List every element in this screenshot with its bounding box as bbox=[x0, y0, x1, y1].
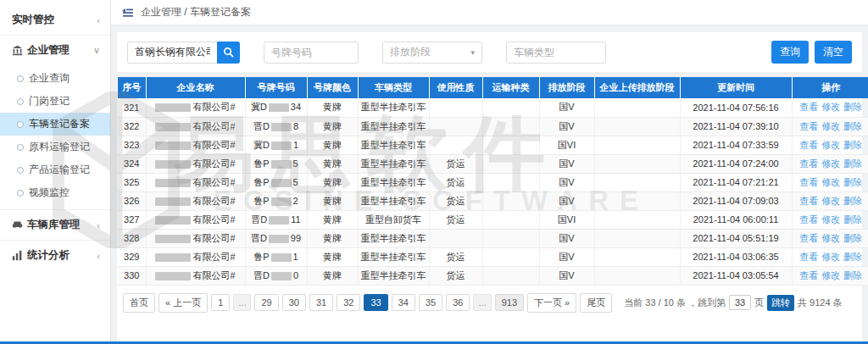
pagination-button-首页[interactable]: 首页 bbox=[123, 293, 155, 313]
main-area: 企业管理 / 车辆登记备案 排放阶段 ▾ 查询 清空 bbox=[111, 0, 868, 344]
pagination-ellipsis: ... bbox=[473, 294, 491, 311]
edit-link[interactable]: 修改 bbox=[821, 102, 840, 112]
redaction-block bbox=[155, 235, 191, 243]
cell-seq: 324 bbox=[118, 154, 146, 173]
sidebar-subitem-产品运输登记[interactable]: 产品运输登记 bbox=[0, 158, 110, 181]
sidebar-subitem-门岗登记[interactable]: 门岗登记 bbox=[0, 90, 110, 113]
cell-updated-time: 2021-11-04 07:24:00 bbox=[680, 154, 792, 173]
cell-plate-color: 黄牌 bbox=[307, 229, 358, 247]
search-button[interactable] bbox=[217, 42, 240, 64]
view-link[interactable]: 查看 bbox=[799, 214, 818, 225]
cell-transport-kind bbox=[482, 191, 539, 210]
delete-link[interactable]: 删除 bbox=[843, 102, 862, 112]
edit-link[interactable]: 修改 bbox=[821, 270, 840, 280]
delete-link[interactable]: 删除 bbox=[843, 158, 862, 169]
view-link[interactable]: 查看 bbox=[799, 177, 818, 187]
sidebar-item-statistics[interactable]: 统计分析 ‹ bbox=[0, 241, 110, 270]
view-link[interactable]: 查看 bbox=[799, 158, 818, 169]
jump-button[interactable]: 跳转 bbox=[767, 295, 794, 311]
pagination-button-913[interactable]: 913 bbox=[495, 294, 524, 311]
cell-transport-kind bbox=[482, 173, 539, 191]
table-header-row: 序号企业名称号牌号码号牌颜色车辆类型使用性质运输种类排放阶段企业上传排放阶段更新… bbox=[118, 77, 868, 98]
collapse-menu-icon[interactable] bbox=[121, 8, 134, 18]
emission-stage-select[interactable]: 排放阶段 ▾ bbox=[382, 42, 482, 64]
cell-upload-emission-stage bbox=[594, 266, 680, 285]
view-link[interactable]: 查看 bbox=[799, 270, 818, 280]
cell-updated-time: 2021-11-04 03:05:54 bbox=[680, 266, 792, 285]
caret-down-icon: ▾ bbox=[470, 48, 475, 57]
pagination-button-尾页[interactable]: 尾页 bbox=[580, 293, 612, 313]
company-search-input[interactable] bbox=[127, 42, 217, 64]
delete-link[interactable]: 删除 bbox=[843, 214, 862, 225]
cell-updated-time: 2021-11-04 06:00:11 bbox=[680, 210, 792, 229]
select-placeholder: 排放阶段 bbox=[390, 45, 431, 59]
view-link[interactable]: 查看 bbox=[799, 252, 818, 262]
redaction-block bbox=[155, 179, 191, 187]
pagination-button-35[interactable]: 35 bbox=[419, 294, 442, 311]
clear-button[interactable]: 清空 bbox=[815, 41, 852, 64]
cell-transport-kind bbox=[482, 98, 539, 117]
sidebar-subitem-视频监控[interactable]: 视频监控 bbox=[0, 181, 110, 204]
pagination-info-left: 当前 33 / 10 条 ，跳到第 bbox=[624, 297, 726, 309]
redaction-block bbox=[271, 123, 292, 131]
plate-number-input[interactable] bbox=[264, 42, 359, 64]
vehicle-type-input[interactable] bbox=[506, 42, 606, 64]
sidebar-subitem-车辆登记备案[interactable]: 车辆登记备案 bbox=[0, 113, 110, 136]
sidebar-item-enterprise[interactable]: 企业管理 ∨ bbox=[0, 36, 110, 65]
cell-usage: 货运 bbox=[429, 173, 482, 191]
pagination-button-30[interactable]: 30 bbox=[282, 294, 306, 311]
delete-link[interactable]: 删除 bbox=[843, 270, 862, 280]
pagination-button-32[interactable]: 32 bbox=[337, 294, 360, 311]
cell-company: 有限公司# bbox=[146, 191, 245, 210]
cell-emission-stage: 国V bbox=[539, 173, 594, 191]
query-button[interactable]: 查询 bbox=[771, 41, 809, 64]
sidebar-item-vehicle-lib[interactable]: 车辆库管理 ‹ bbox=[0, 210, 110, 240]
edit-link[interactable]: 修改 bbox=[821, 140, 840, 150]
pagination-button-31[interactable]: 31 bbox=[309, 294, 333, 311]
pagination-button-« 上一页[interactable]: « 上一页 bbox=[159, 293, 208, 313]
view-link[interactable]: 查看 bbox=[799, 121, 818, 131]
cell-vehicle-type: 重型半挂牵引车 bbox=[358, 247, 429, 266]
delete-link[interactable]: 删除 bbox=[843, 252, 862, 262]
cell-usage: 货运 bbox=[429, 210, 482, 229]
cell-plate: 鲁P2 bbox=[245, 191, 307, 210]
delete-link[interactable]: 删除 bbox=[843, 233, 862, 243]
sidebar-item-realtime[interactable]: 实时管控 ‹ bbox=[0, 5, 110, 35]
edit-link[interactable]: 修改 bbox=[821, 252, 840, 262]
delete-link[interactable]: 删除 bbox=[843, 121, 862, 131]
view-link[interactable]: 查看 bbox=[799, 102, 818, 112]
jump-page-input[interactable] bbox=[729, 295, 751, 310]
edit-link[interactable]: 修改 bbox=[821, 121, 840, 131]
pagination-button-34[interactable]: 34 bbox=[392, 294, 415, 311]
redaction-block bbox=[271, 160, 292, 169]
cell-plate-color: 黄牌 bbox=[307, 210, 358, 229]
cell-emission-stage: 国VI bbox=[539, 136, 594, 154]
edit-link[interactable]: 修改 bbox=[821, 177, 840, 187]
delete-link[interactable]: 删除 bbox=[843, 177, 862, 187]
pagination-button-下一页 »[interactable]: 下一页 » bbox=[527, 293, 576, 313]
circle-icon bbox=[17, 98, 24, 105]
cell-upload-emission-stage bbox=[594, 173, 680, 191]
cell-company: 有限公司# bbox=[146, 136, 245, 154]
edit-link[interactable]: 修改 bbox=[821, 233, 840, 243]
cell-company: 有限公司# bbox=[146, 247, 245, 266]
cell-plate: 鲁P1 bbox=[245, 247, 307, 266]
sidebar-subitem-原料运输登记[interactable]: 原料运输登记 bbox=[0, 136, 110, 158]
cell-actions: 查看修改删除 bbox=[792, 247, 868, 266]
pagination-button-36[interactable]: 36 bbox=[446, 294, 470, 311]
view-link[interactable]: 查看 bbox=[799, 196, 818, 206]
edit-link[interactable]: 修改 bbox=[821, 158, 840, 169]
pagination-total: 共 9124 条 bbox=[798, 297, 843, 309]
delete-link[interactable]: 删除 bbox=[843, 140, 862, 150]
edit-link[interactable]: 修改 bbox=[821, 196, 840, 206]
edit-link[interactable]: 修改 bbox=[821, 214, 840, 225]
pagination-button-1[interactable]: 1 bbox=[211, 294, 230, 311]
delete-link[interactable]: 删除 bbox=[843, 196, 862, 206]
column-header: 企业上传排放阶段 bbox=[594, 77, 680, 98]
view-link[interactable]: 查看 bbox=[799, 140, 818, 150]
pagination-button-33[interactable]: 33 bbox=[364, 294, 387, 311]
sidebar-subitem-企业查询[interactable]: 企业查询 bbox=[0, 67, 110, 90]
view-link[interactable]: 查看 bbox=[799, 233, 818, 243]
cell-actions: 查看修改删除 bbox=[792, 266, 868, 285]
pagination-button-29[interactable]: 29 bbox=[254, 294, 278, 311]
